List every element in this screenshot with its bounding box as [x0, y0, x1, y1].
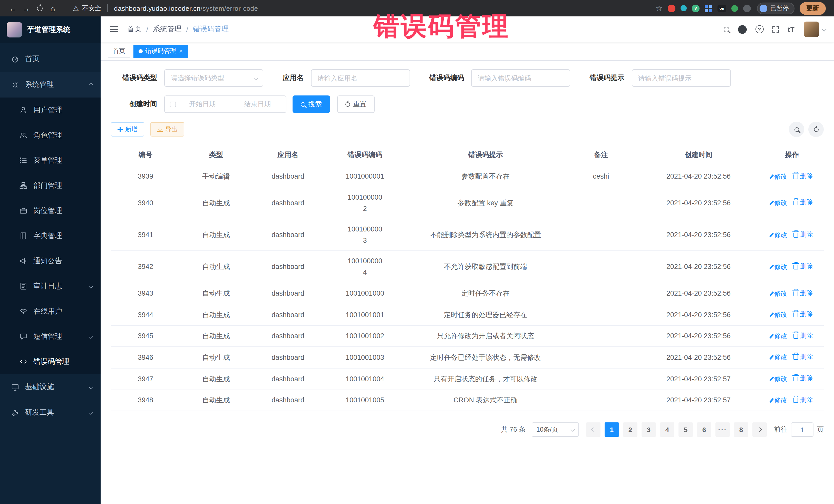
help-icon[interactable]: ?: [755, 25, 764, 34]
error-code-input[interactable]: [471, 69, 570, 87]
sidebar-toggle-icon[interactable]: [109, 24, 119, 35]
sidebar-item-dict-management[interactable]: 字典管理: [0, 223, 101, 248]
delete-link[interactable]: 删除: [793, 288, 813, 298]
page-button-2[interactable]: 2: [623, 422, 637, 437]
page-button-4[interactable]: 4: [660, 422, 674, 437]
breadcrumb-system[interactable]: 系统管理: [153, 25, 182, 34]
sidebar-item-home[interactable]: 首页: [0, 46, 101, 72]
app-name-input[interactable]: [311, 69, 410, 87]
toggle-search-button[interactable]: [789, 122, 804, 137]
cell-created: 2021-04-20 23:52:56: [637, 166, 760, 187]
browser-profile-button[interactable]: 已暂停: [757, 2, 794, 14]
edit-link[interactable]: 修改: [771, 230, 787, 240]
delete-link[interactable]: 删除: [793, 330, 813, 341]
search-icon[interactable]: [723, 26, 729, 32]
edit-link[interactable]: 修改: [771, 198, 787, 208]
sidebar-item-dept-management[interactable]: 部门管理: [0, 173, 101, 198]
browser-update-button[interactable]: 更新: [799, 2, 826, 15]
extension-icon-red[interactable]: [668, 4, 675, 12]
edit-link[interactable]: 修改: [771, 395, 787, 405]
browser-back-icon[interactable]: ←: [6, 2, 20, 15]
delete-link[interactable]: 删除: [793, 229, 813, 239]
extension-icon-green[interactable]: [731, 5, 738, 12]
sidebar-item-post-management[interactable]: 岗位管理: [0, 198, 101, 223]
breadcrumb-home[interactable]: 首页: [127, 25, 142, 34]
page-button-3[interactable]: 3: [641, 422, 656, 437]
page-button-6[interactable]: 6: [697, 422, 711, 437]
browser-home-icon[interactable]: ⌂: [46, 2, 60, 15]
extension-icon-grid[interactable]: [705, 4, 712, 12]
delete-link[interactable]: 删除: [793, 261, 813, 271]
delete-link[interactable]: 删除: [793, 309, 813, 320]
refresh-table-button[interactable]: [808, 122, 824, 137]
add-button[interactable]: 新增: [111, 122, 144, 136]
error-hint-input[interactable]: [632, 69, 730, 87]
browser-reload-icon[interactable]: [33, 2, 46, 15]
sidebar-item-dev-tools[interactable]: 研发工具: [0, 400, 101, 425]
sidebar-item-user-management[interactable]: 用户管理: [0, 97, 101, 123]
user-avatar-menu[interactable]: [804, 22, 826, 37]
tab-error-code-management[interactable]: 错误码管理 ×: [133, 44, 188, 58]
table-toolbar: 新增 导出: [111, 122, 824, 137]
cell-id: 3939: [111, 166, 180, 187]
table-header-row: 编号 类型 应用名 错误码编码 错误码提示 备注 创建时间 操作: [111, 144, 824, 166]
edit-link[interactable]: 修改: [771, 374, 787, 384]
sidebar-item-infrastructure[interactable]: 基础设施: [0, 374, 101, 400]
sidebar-item-system-management[interactable]: 系统管理: [0, 72, 101, 97]
browser-forward-icon[interactable]: →: [20, 2, 33, 15]
sidebar-item-menu-management[interactable]: 菜单管理: [0, 148, 101, 173]
edit-link[interactable]: 修改: [771, 331, 787, 341]
address-bar[interactable]: dashboard.yudao.iocoder.cn/system/error-…: [114, 4, 258, 12]
reset-button[interactable]: 重置: [337, 95, 375, 113]
edit-link[interactable]: 修改: [771, 171, 787, 181]
cell-actions: 修改删除: [760, 219, 824, 251]
search-button[interactable]: 搜索: [292, 95, 330, 113]
page-button-5[interactable]: 5: [679, 422, 693, 437]
delete-link[interactable]: 删除: [793, 197, 813, 207]
edit-link[interactable]: 修改: [771, 288, 787, 299]
export-button[interactable]: 导出: [150, 122, 184, 136]
delete-link[interactable]: 删除: [793, 352, 813, 362]
delete-link[interactable]: 删除: [793, 171, 813, 181]
cell-created: 2021-04-20 23:52:56: [637, 219, 760, 251]
delete-link[interactable]: 删除: [793, 373, 813, 384]
more-pages-button[interactable]: ···: [716, 422, 730, 437]
close-icon[interactable]: ×: [179, 48, 183, 54]
sidebar-item-role-management[interactable]: 角色管理: [0, 123, 101, 148]
error-type-select[interactable]: 请选择错误码类型: [164, 69, 263, 87]
font-size-icon[interactable]: tT: [788, 25, 795, 33]
page-button-1[interactable]: 1: [605, 422, 619, 437]
github-icon[interactable]: [738, 25, 746, 34]
vue-devtools-extension-icon[interactable]: V: [692, 4, 700, 12]
next-page-button[interactable]: [752, 422, 767, 437]
bookmark-star-icon[interactable]: ☆: [656, 4, 663, 13]
edit-link[interactable]: 修改: [771, 262, 787, 272]
sidebar-item-error-code-management[interactable]: 错误码管理: [0, 349, 101, 374]
date-range-picker[interactable]: 开始日期 - 结束日期: [164, 95, 286, 113]
divider: [107, 4, 108, 12]
extension-icon-dark[interactable]: [743, 4, 751, 12]
page-button-8[interactable]: 8: [734, 422, 748, 437]
sidebar-item-audit-log[interactable]: 审计日志: [0, 273, 101, 299]
edit-link[interactable]: 修改: [771, 310, 787, 320]
sidebar-item-announcement[interactable]: 通知公告: [0, 248, 101, 273]
sidebar: 芋道管理系统 首页 系统管理 用户管理: [0, 17, 101, 504]
prev-page-button[interactable]: [586, 422, 600, 437]
sidebar-item-sms-management[interactable]: 短信管理: [0, 324, 101, 349]
avatar: [804, 22, 819, 37]
tab-home[interactable]: 首页: [108, 44, 130, 58]
url-domain: dashboard.yudao.iocoder.cn: [114, 4, 200, 12]
fullscreen-icon[interactable]: [772, 26, 779, 32]
extension-icon-on[interactable]: on: [718, 5, 726, 12]
delete-link[interactable]: 删除: [793, 394, 813, 405]
extension-icon-teal[interactable]: [681, 5, 687, 11]
cell-type: 自动生成: [180, 304, 252, 326]
cell-type: 自动生成: [180, 390, 252, 411]
page-size-select[interactable]: 10条/页: [532, 422, 579, 437]
goto-page-input[interactable]: [791, 422, 813, 437]
app-logo[interactable]: 芋道管理系统: [0, 17, 101, 43]
edit-link[interactable]: 修改: [771, 352, 787, 363]
site-security-indicator[interactable]: ⚠ 不安全: [73, 4, 101, 13]
start-date-placeholder: 开始日期: [179, 100, 226, 109]
sidebar-item-online-users[interactable]: 在线用户: [0, 299, 101, 324]
